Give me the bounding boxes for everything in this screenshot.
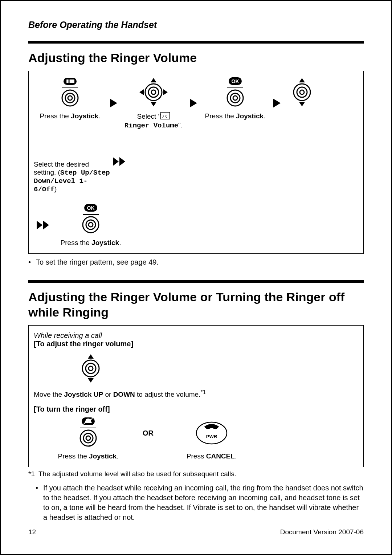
svg-rect-1 xyxy=(66,79,74,83)
svg-text:♪♫: ♪♫ xyxy=(162,113,168,119)
page: Before Operating the Handset Adjusting t… xyxy=(0,0,392,555)
svg-point-41 xyxy=(89,223,93,227)
svg-point-50 xyxy=(80,430,96,446)
svg-point-29 xyxy=(300,90,304,94)
move-joystick-caption: Move the Joystick UP or DOWN to adjust t… xyxy=(34,389,358,399)
svg-marker-30 xyxy=(299,78,305,82)
ok-joystick-icon: OK xyxy=(75,204,106,236)
svg-marker-15 xyxy=(139,89,144,95)
svg-point-25 xyxy=(233,96,237,100)
turn-off-label: [To turn the ringer off] xyxy=(34,405,358,413)
section2-bullet: • If you attach the headset while receiv… xyxy=(28,483,364,522)
press-cancel-caption: Press CANCEL. xyxy=(164,452,259,460)
joystick-updown-icon xyxy=(77,353,104,385)
svg-marker-45 xyxy=(88,354,94,359)
svg-marker-13 xyxy=(151,78,156,82)
step1-caption: Press the Joystick. xyxy=(34,112,106,120)
svg-marker-26 xyxy=(273,99,281,107)
doc-version: Document Version 2007-06 xyxy=(280,528,364,536)
svg-point-52 xyxy=(86,436,90,440)
svg-point-28 xyxy=(297,87,307,97)
footnote-1: *1 The adjusted volume level will also b… xyxy=(28,470,364,478)
svg-marker-19 xyxy=(190,99,197,107)
joystick-updown-icon xyxy=(289,77,315,109)
cancel-pwr-key-icon: PWR xyxy=(193,417,230,449)
section2-title: Adjusting the Ringer Volume or Turning t… xyxy=(28,289,364,320)
arrow-icon xyxy=(270,96,284,110)
svg-text:PWR: PWR xyxy=(206,434,217,439)
press-joystick-caption: Press the Joystick. xyxy=(34,452,143,460)
while-receiving-label: While receiving a call xyxy=(34,331,358,340)
music-icon: ♪♫ xyxy=(160,112,170,121)
joystick-4way-icon xyxy=(138,77,169,109)
svg-point-39 xyxy=(83,217,99,233)
section-divider xyxy=(28,41,364,44)
or-label: OR xyxy=(143,429,164,448)
arrow-icon xyxy=(106,96,121,110)
section1-title: Adjusting the Ringer Volume xyxy=(28,50,364,66)
page-header: Before Operating the Handset xyxy=(28,20,364,41)
section1-bullet: • To set the ringer pattern, see page 49… xyxy=(28,257,364,267)
step5-caption: Press the Joystick. xyxy=(53,239,129,247)
display-joystick-icon xyxy=(55,77,85,109)
svg-marker-16 xyxy=(163,89,168,95)
arrow-icon xyxy=(186,96,201,110)
page-number: 12 xyxy=(28,528,36,536)
svg-marker-31 xyxy=(299,102,305,106)
svg-point-8 xyxy=(68,96,72,100)
svg-text:OK: OK xyxy=(87,205,95,211)
svg-marker-32 xyxy=(113,157,119,166)
svg-point-10 xyxy=(145,84,162,101)
section-divider xyxy=(28,280,364,283)
svg-point-7 xyxy=(65,93,75,103)
page-footer: 12 Document Version 2007-06 xyxy=(28,528,364,536)
svg-point-42 xyxy=(82,360,99,377)
mute-joystick-icon xyxy=(73,417,103,449)
svg-point-12 xyxy=(151,90,156,94)
svg-marker-33 xyxy=(119,157,125,166)
svg-marker-34 xyxy=(37,221,42,229)
procedure-box-2: While receiving a call [To adjust the ri… xyxy=(28,325,364,467)
adjust-volume-label: [To adjust the ringer volume] xyxy=(34,340,358,348)
svg-point-40 xyxy=(86,220,95,229)
svg-marker-35 xyxy=(43,221,49,229)
step3-caption: Press the Joystick. xyxy=(201,112,270,120)
step4-caption: Select the desired setting. (Step Up/Ste… xyxy=(34,160,110,193)
double-arrow-icon xyxy=(34,218,53,232)
svg-point-44 xyxy=(89,366,93,371)
svg-marker-14 xyxy=(151,102,156,106)
procedure-box-1: Press the Joystick. xyxy=(28,71,364,254)
svg-point-11 xyxy=(148,87,159,97)
double-arrow-icon xyxy=(110,155,129,168)
svg-marker-9 xyxy=(110,99,117,107)
svg-point-51 xyxy=(83,433,93,443)
svg-point-23 xyxy=(227,90,243,106)
ok-joystick-icon: OK xyxy=(220,77,250,109)
svg-point-6 xyxy=(62,90,78,106)
svg-point-27 xyxy=(294,84,310,101)
svg-point-24 xyxy=(230,93,240,103)
svg-marker-46 xyxy=(88,378,94,383)
svg-point-43 xyxy=(86,363,96,374)
svg-text:OK: OK xyxy=(232,78,239,84)
step2-caption: Select "♪♫ Ringer Volume". xyxy=(121,112,186,130)
